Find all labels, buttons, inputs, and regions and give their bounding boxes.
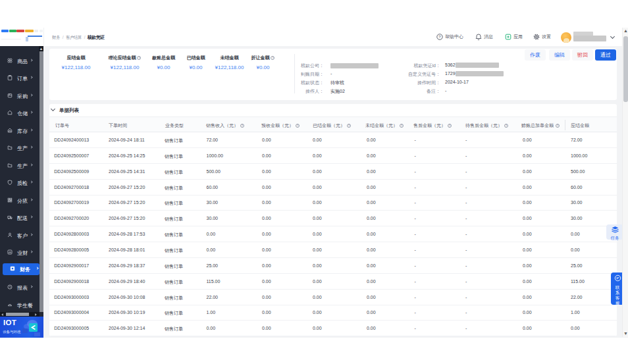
svg-text:?: ?	[438, 35, 441, 39]
